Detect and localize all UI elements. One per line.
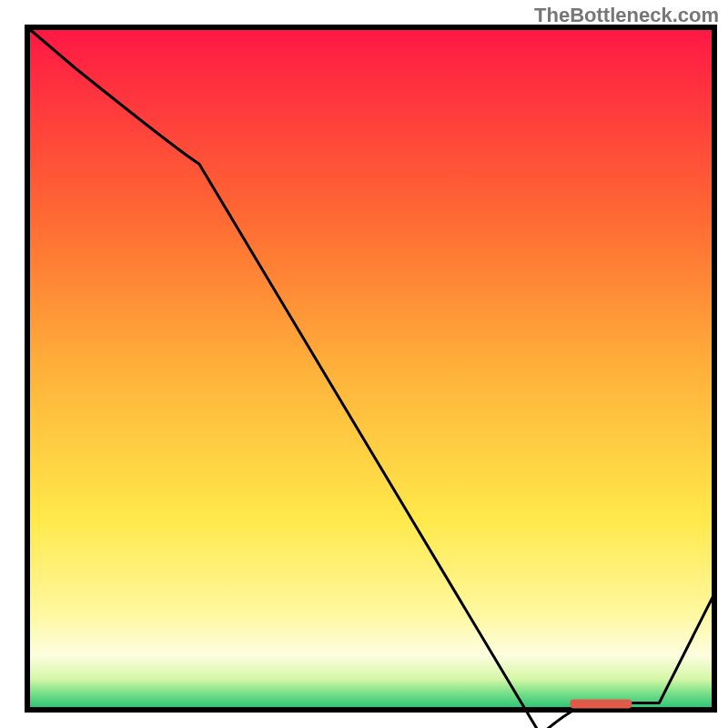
bottleneck-chart: TheBottleneck.com	[0, 0, 728, 728]
minimum-annotation	[570, 700, 632, 709]
watermark-label: TheBottleneck.com	[534, 4, 719, 27]
chart-svg	[0, 0, 728, 728]
gradient-background	[27, 27, 714, 710]
